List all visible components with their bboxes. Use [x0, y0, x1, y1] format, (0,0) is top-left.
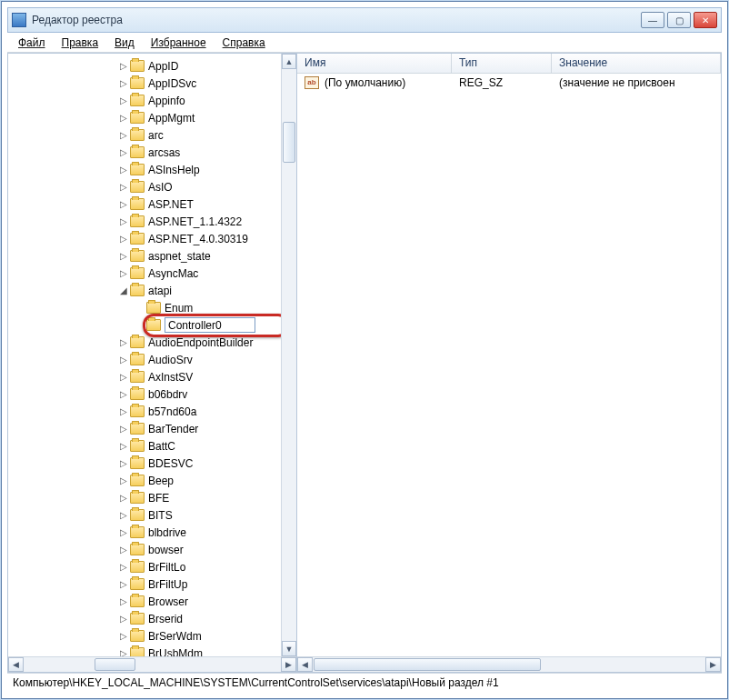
tree-node[interactable]: ▷BrFiltUp	[117, 575, 296, 593]
tree-node[interactable]: ▷ASInsHelp	[117, 161, 296, 178]
expand-toggle-icon[interactable]: ▷	[117, 251, 130, 261]
tree-node[interactable]: ▷BDESVC	[117, 455, 296, 472]
tree-node[interactable]: ▷blbdrive	[117, 524, 296, 541]
tree-node[interactable]: ▷arcsas	[117, 144, 296, 161]
tree-node[interactable]: ▷AppID	[117, 57, 296, 75]
expand-toggle-icon[interactable]: ▷	[117, 61, 130, 71]
tree-node[interactable]: ▷ASP.NET_1.1.4322	[117, 213, 296, 230]
vertical-scrollbar[interactable]: ▲ ▼	[281, 54, 296, 656]
folder-icon	[130, 526, 145, 538]
expand-toggle-icon[interactable]: ▷	[117, 648, 130, 656]
tree-node[interactable]: ▷BrSerWdm	[117, 627, 296, 645]
expand-toggle-icon[interactable]: ▷	[117, 510, 130, 520]
menubar: Файл Правка Вид Избранное Справка	[7, 33, 722, 53]
horizontal-scrollbar-left[interactable]: ◀ ▶	[8, 656, 296, 672]
column-value[interactable]: Значение	[552, 54, 721, 73]
expand-toggle-icon[interactable]: ▷	[117, 562, 130, 572]
expand-toggle-icon[interactable]: ▷	[117, 596, 130, 606]
tree-node[interactable]: ▷BrUsbMdm	[117, 645, 296, 656]
horizontal-scrollbar-right[interactable]: ◀ ▶	[297, 656, 721, 672]
expand-toggle-icon[interactable]: ▷	[117, 631, 130, 641]
expand-toggle-icon[interactable]: ▷	[117, 441, 130, 451]
expand-toggle-icon[interactable]: ▷	[117, 78, 130, 88]
folder-icon	[130, 250, 145, 262]
scroll-right-button[interactable]: ▶	[281, 657, 296, 672]
menu-file[interactable]: Файл	[11, 35, 53, 51]
tree-node-editing[interactable]	[117, 316, 296, 334]
scroll-thumb-h[interactable]	[314, 658, 541, 671]
tree-node[interactable]: ▷Beep	[117, 472, 296, 489]
tree-node[interactable]: ▷BITS	[117, 506, 296, 524]
expand-toggle-icon[interactable]: ▷	[117, 182, 130, 192]
scroll-left-button[interactable]: ◀	[8, 657, 24, 672]
expand-toggle-icon[interactable]: ▷	[117, 95, 130, 105]
scroll-thumb[interactable]	[283, 122, 295, 163]
tree-node[interactable]: ▷b06bdrv	[117, 385, 296, 403]
tree-node[interactable]: ▷bowser	[117, 541, 296, 558]
scroll-down-button[interactable]: ▼	[282, 641, 296, 656]
expand-toggle-icon[interactable]: ▷	[117, 355, 130, 365]
tree-node[interactable]: Enum	[117, 299, 296, 316]
expand-toggle-icon[interactable]: ▷	[117, 545, 130, 555]
expand-toggle-icon[interactable]: ▷	[117, 424, 130, 434]
scroll-up-button[interactable]: ▲	[282, 54, 296, 69]
menu-view[interactable]: Вид	[107, 35, 142, 51]
tree-node[interactable]: ▷arc	[117, 126, 296, 144]
tree-node[interactable]: ▷BFE	[117, 489, 296, 506]
rename-input[interactable]	[165, 317, 255, 333]
list-body[interactable]: ab(По умолчанию)REG_SZ(значение не присв…	[297, 74, 721, 656]
tree-node[interactable]: ▷AppMgmt	[117, 109, 296, 126]
tree-node[interactable]: ▷Appinfo	[117, 92, 296, 109]
tree-node[interactable]: ▷BattC	[117, 437, 296, 455]
tree-node[interactable]: ▷BrFiltLo	[117, 558, 296, 575]
tree-node[interactable]: ▷AudioSrv	[117, 351, 296, 368]
tree-node[interactable]: ▷AppIDSvc	[117, 75, 296, 92]
expand-toggle-icon[interactable]: ▷	[117, 527, 130, 537]
tree-node[interactable]: ▷ASP.NET	[117, 195, 296, 213]
expand-toggle-icon[interactable]: ▷	[117, 475, 130, 485]
close-button[interactable]: ✕	[694, 12, 717, 28]
expand-toggle-icon[interactable]: ▷	[117, 614, 130, 624]
scroll-thumb-h[interactable]	[95, 658, 135, 671]
expand-toggle-icon[interactable]: ▷	[117, 337, 130, 347]
expand-toggle-icon[interactable]: ▷	[117, 406, 130, 416]
tree-node[interactable]: ▷aspnet_state	[117, 247, 296, 265]
column-type[interactable]: Тип	[452, 54, 552, 73]
list-row[interactable]: ab(По умолчанию)REG_SZ(значение не присв…	[297, 74, 721, 91]
expand-toggle-icon[interactable]: ▷	[117, 165, 130, 175]
expand-toggle-icon[interactable]: ▷	[117, 579, 130, 589]
expand-toggle-icon[interactable]: ▷	[117, 458, 130, 468]
tree-node[interactable]: ▷AxInstSV	[117, 368, 296, 385]
tree-node-label: BrFiltLo	[148, 561, 185, 574]
expand-toggle-icon[interactable]: ▷	[117, 216, 130, 226]
menu-edit[interactable]: Правка	[55, 35, 106, 51]
tree-node[interactable]: ▷BarTender	[117, 420, 296, 437]
tree-node[interactable]: ▷AsIO	[117, 178, 296, 195]
tree-node[interactable]: ▷AudioEndpointBuilder	[117, 334, 296, 351]
scroll-left-button[interactable]: ◀	[297, 657, 313, 672]
expand-toggle-icon[interactable]: ▷	[117, 199, 130, 209]
expand-toggle-icon[interactable]: ▷	[117, 493, 130, 503]
column-name[interactable]: Имя	[297, 54, 452, 73]
tree-node[interactable]: ▷AsyncMac	[117, 265, 296, 282]
tree-node[interactable]: ◢atapi	[117, 282, 296, 299]
expand-toggle-icon[interactable]: ◢	[117, 285, 130, 295]
tree-node[interactable]: ▷Brserid	[117, 610, 296, 627]
expand-toggle-icon[interactable]: ▷	[117, 113, 130, 123]
menu-help[interactable]: Справка	[215, 35, 273, 51]
scroll-right-button[interactable]: ▶	[705, 657, 721, 672]
expand-toggle-icon[interactable]: ▷	[117, 234, 130, 244]
tree[interactable]: ▷AppID▷AppIDSvc▷Appinfo▷AppMgmt▷arc▷arcs…	[8, 57, 296, 656]
expand-toggle-icon[interactable]: ▷	[117, 147, 130, 157]
folder-icon	[130, 388, 145, 400]
maximize-button[interactable]: ▢	[667, 12, 691, 28]
tree-node[interactable]: ▷ASP.NET_4.0.30319	[117, 230, 296, 247]
tree-node[interactable]: ▷b57nd60a	[117, 403, 296, 420]
expand-toggle-icon[interactable]: ▷	[117, 389, 130, 399]
tree-node[interactable]: ▷Browser	[117, 593, 296, 610]
expand-toggle-icon[interactable]: ▷	[117, 268, 130, 278]
minimize-button[interactable]: —	[641, 12, 664, 28]
expand-toggle-icon[interactable]: ▷	[117, 372, 130, 382]
expand-toggle-icon[interactable]: ▷	[117, 130, 130, 140]
menu-favorites[interactable]: Избранное	[144, 35, 214, 51]
